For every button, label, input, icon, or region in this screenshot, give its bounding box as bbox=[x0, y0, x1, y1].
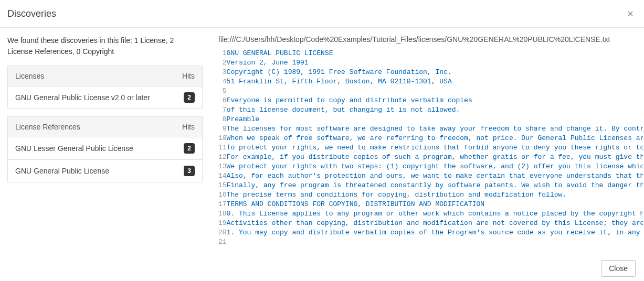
code-line: We protect your rights with two steps: (… bbox=[227, 162, 643, 171]
license-name: GNU General Public License v2.0 or later bbox=[15, 93, 150, 102]
code-line: The precise terms and conditions for cop… bbox=[227, 190, 643, 200]
code-line: of this license document, but changing i… bbox=[227, 105, 643, 115]
line-number: 10 bbox=[218, 134, 227, 143]
code-row: 201. You may copy and distribute verbati… bbox=[218, 228, 643, 237]
line-number: 7 bbox=[218, 105, 227, 115]
discoveries-scroll[interactable]: We found these discoveries in this file:… bbox=[7, 35, 208, 190]
line-number: 18 bbox=[218, 209, 227, 219]
code-line: 1. You may copy and distribute verbatim … bbox=[227, 228, 643, 237]
code-row: 12For example, if you distribute copies … bbox=[218, 153, 643, 162]
hits-badge: 2 bbox=[184, 143, 195, 154]
close-icon[interactable]: × bbox=[625, 7, 636, 20]
line-number: 3 bbox=[218, 68, 227, 77]
code-row: 3Copyright (C) 1989, 1991 Free Software … bbox=[218, 68, 643, 77]
line-number: 11 bbox=[218, 143, 227, 153]
license-row[interactable]: GNU General Public License v2.0 or later… bbox=[7, 87, 203, 109]
close-button[interactable]: Close bbox=[601, 260, 636, 277]
line-number: 4 bbox=[218, 77, 227, 87]
code-line: The licenses for most software are desig… bbox=[227, 124, 643, 134]
line-number: 6 bbox=[218, 96, 227, 105]
code-row: 15Finally, any free program is threatene… bbox=[218, 181, 643, 190]
code-line: Also, for each author's protection and o… bbox=[227, 171, 643, 181]
line-number: 1 bbox=[218, 49, 227, 58]
code-row: 16The precise terms and conditions for c… bbox=[218, 190, 643, 200]
code-row: 11To protect your rights, we need to mak… bbox=[218, 143, 643, 153]
code-row: 21 bbox=[218, 237, 643, 247]
line-number: 12 bbox=[218, 153, 227, 162]
code-line: 51 Franklin St, Fifth Floor, Boston, MA … bbox=[227, 77, 643, 87]
section-title: Licenses bbox=[15, 72, 44, 80]
code-line: Version 2, June 1991 bbox=[227, 58, 643, 68]
code-line: TERMS AND CONDITIONS FOR COPYING, DISTRI… bbox=[227, 200, 643, 209]
page-title: Discoveries bbox=[7, 8, 56, 19]
code-line: Finally, any free program is threatened … bbox=[227, 181, 643, 190]
code-line: Preamble bbox=[227, 115, 643, 124]
code-row: 13We protect your rights with two steps:… bbox=[218, 162, 643, 171]
code-line: Everyone is permitted to copy and distri… bbox=[227, 96, 643, 105]
code-line: 0. This License applies to any program o… bbox=[227, 209, 643, 219]
code-line bbox=[227, 237, 643, 247]
code-row: 10When we speak of free software, we are… bbox=[218, 134, 643, 143]
dialog-footer: Close bbox=[601, 260, 636, 277]
line-number: 2 bbox=[218, 58, 227, 68]
line-number: 13 bbox=[218, 162, 227, 171]
code-line: For example, if you distribute copies of… bbox=[227, 153, 643, 162]
line-number: 20 bbox=[218, 228, 227, 237]
license-references-section: License References Hits GNU Lesser Gener… bbox=[7, 116, 203, 182]
code-row: 14Also, for each author's protection and… bbox=[218, 171, 643, 181]
license-ref-row[interactable]: GNU General Public License 3 bbox=[7, 160, 203, 182]
code-line: Activities other than copying, distribut… bbox=[227, 219, 643, 228]
hits-label: Hits bbox=[182, 72, 195, 80]
hits-badge: 2 bbox=[184, 92, 195, 103]
code-row: 19Activities other than copying, distrib… bbox=[218, 219, 643, 228]
code-row: 8Preamble bbox=[218, 115, 643, 124]
file-path: file:///C:/Users/hh/Desktop/Code%20Examp… bbox=[218, 35, 643, 44]
licenses-section: Licenses Hits GNU General Public License… bbox=[7, 66, 203, 109]
summary-text: We found these discoveries in this file:… bbox=[7, 35, 203, 57]
license-ref-name: GNU Lesser General Public License bbox=[15, 144, 133, 153]
license-references-header: License References Hits bbox=[7, 116, 203, 137]
line-number: 9 bbox=[218, 124, 227, 134]
code-row: 5 bbox=[218, 87, 643, 96]
line-number: 15 bbox=[218, 181, 227, 190]
code-line: GNU GENERAL PUBLIC LICENSE bbox=[227, 49, 643, 58]
line-number: 14 bbox=[218, 171, 227, 181]
code-line: Copyright (C) 1989, 1991 Free Software F… bbox=[227, 68, 643, 77]
code-row: 180. This License applies to any program… bbox=[218, 209, 643, 219]
code-row: 6Everyone is permitted to copy and distr… bbox=[218, 96, 643, 105]
code-scroll-area[interactable]: 1GNU GENERAL PUBLIC LICENSE2Version 2, J… bbox=[218, 49, 643, 247]
code-row: 2Version 2, June 1991 bbox=[218, 58, 643, 68]
code-row: 9The licenses for most software are desi… bbox=[218, 124, 643, 134]
file-preview-panel: file:///C:/Users/hh/Desktop/Code%20Examp… bbox=[218, 35, 643, 247]
code-line: When we speak of free software, we are r… bbox=[227, 134, 643, 143]
code-viewer: 1GNU GENERAL PUBLIC LICENSE2Version 2, J… bbox=[218, 49, 643, 247]
line-number: 17 bbox=[218, 200, 227, 209]
code-row: 17TERMS AND CONDITIONS FOR COPYING, DIST… bbox=[218, 200, 643, 209]
hits-badge: 3 bbox=[184, 166, 195, 176]
section-title: License References bbox=[15, 123, 80, 131]
line-number: 21 bbox=[218, 237, 227, 247]
license-ref-name: GNU General Public License bbox=[15, 167, 109, 175]
dialog-header: Discoveries × bbox=[0, 0, 644, 28]
line-number: 19 bbox=[218, 219, 227, 228]
code-line bbox=[227, 87, 643, 96]
code-row: 451 Franklin St, Fifth Floor, Boston, MA… bbox=[218, 77, 643, 87]
code-row: 7of this license document, but changing … bbox=[218, 105, 643, 115]
dialog-content: We found these discoveries in this file:… bbox=[0, 28, 644, 252]
code-row: 1GNU GENERAL PUBLIC LICENSE bbox=[218, 49, 643, 58]
code-line: To protect your rights, we need to make … bbox=[227, 143, 643, 153]
license-ref-row[interactable]: GNU Lesser General Public License 2 bbox=[7, 137, 203, 160]
hits-label: Hits bbox=[182, 123, 195, 131]
licenses-header: Licenses Hits bbox=[7, 66, 203, 87]
line-number: 5 bbox=[218, 87, 227, 96]
code-table: 1GNU GENERAL PUBLIC LICENSE2Version 2, J… bbox=[218, 49, 643, 247]
line-number: 16 bbox=[218, 190, 227, 200]
discoveries-panel: We found these discoveries in this file:… bbox=[7, 35, 208, 247]
line-number: 8 bbox=[218, 115, 227, 124]
